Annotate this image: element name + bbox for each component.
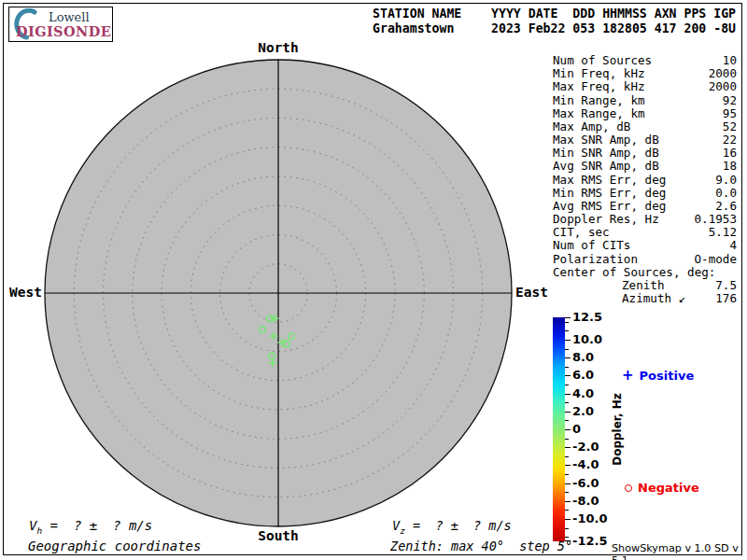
colorbar-tick-label: 2.0 (572, 405, 594, 418)
colorbar-tick-label: 10.0 (572, 333, 602, 346)
param-value: 0.1953 (695, 213, 738, 226)
lowell-digisonde-logo: Lowell DIGISONDE (8, 7, 113, 42)
param-row: Num of CITs4 (553, 239, 737, 252)
legend-positive: + Positive (622, 369, 694, 383)
param-label: Avg RMS Err, deg (553, 200, 666, 213)
vertical-velocity-readout: Vz = ? ± ? m/s (392, 518, 512, 536)
param-row: Azimuth ↙176 (553, 292, 737, 305)
colorbar-major-tick (565, 340, 571, 341)
param-row: Max RMS Err, deg9.0 (553, 174, 737, 187)
param-value: 176 (715, 292, 737, 305)
colorbar-major-tick (565, 394, 571, 395)
colorbar-tick-label: 4.0 (572, 387, 594, 400)
colorbar-tick-label: 12.5 (572, 311, 602, 324)
colorbar-minor-tick (565, 330, 569, 331)
param-row: Center of Sources, deg: (553, 266, 737, 279)
param-label: Polarization (553, 253, 638, 266)
param-label: Max SNR Amp, dB (553, 133, 659, 147)
circle-marker-icon (625, 484, 632, 492)
legend-negative-label: Negative (638, 481, 699, 495)
colorbar-minor-tick (565, 474, 569, 475)
param-row: Zenith7.5 (553, 279, 737, 292)
param-label: Doppler Res, Hz (553, 213, 659, 226)
colorbar-major-tick (565, 357, 571, 358)
coordinate-system-label: Geographic coordinates (28, 539, 201, 553)
param-label: Num of CITs (553, 239, 630, 252)
colorbar-major-tick (565, 429, 571, 430)
horizontal-velocity-readout: Vh = ? ± ? m/s (29, 518, 152, 536)
colorbar-major-tick (565, 483, 571, 484)
param-row: PolarizationO-mode (553, 253, 737, 266)
param-value: 2000 (709, 67, 737, 80)
colorbar-major-tick (565, 501, 571, 502)
colorbar-tick-label: -8.0 (572, 495, 599, 508)
param-value: 18 (723, 160, 737, 173)
param-row: Min Freq, kHz2000 (553, 67, 737, 80)
colorbar-major-tick (565, 465, 571, 466)
colorbar-tick-label: 0 (572, 423, 581, 436)
param-value: 2000 (709, 80, 737, 93)
param-label: Max Freq, kHz (553, 80, 645, 93)
colorbar-minor-tick (565, 322, 569, 323)
param-label: Avg SNR Amp, dB (553, 160, 659, 173)
compass-west-label: West (9, 285, 42, 300)
param-label: Max RMS Err, deg (553, 174, 666, 187)
param-value: 10 (723, 54, 737, 67)
legend-negative: Negative (625, 481, 699, 495)
param-row: Max SNR Amp, dB22 (553, 133, 737, 147)
param-row: Max Amp, dB52 (553, 120, 737, 133)
param-row: Max Freq, kHz2000 (553, 80, 737, 93)
colorbar-minor-tick (565, 349, 569, 350)
param-value: O-mode (695, 253, 738, 266)
colorbar-tick-label: -12.5 (572, 535, 607, 548)
param-row: Avg RMS Err, deg2.6 (553, 200, 737, 213)
doppler-colorbar: 12.510.08.06.04.02.00-2.0-4.0-6.0-8.0-10… (553, 317, 744, 542)
param-row: Doppler Res, Hz0.1953 (553, 213, 737, 226)
software-version-label: ShowSkymap v 1.0 SD v 5.1 (612, 542, 747, 560)
param-row: Min SNR Amp, dB16 (553, 147, 737, 160)
param-label: Azimuth ↙ (622, 292, 685, 305)
param-label: Num of Sources (553, 54, 652, 67)
param-label: Min RMS Err, deg (553, 187, 666, 200)
colorbar-minor-tick (565, 385, 569, 385)
colorbar-minor-tick (565, 528, 569, 529)
header-station-values: Grahamstown 2023 Feb22 053 182805 417 20… (373, 21, 736, 36)
logo-lowell-text: Lowell (49, 10, 90, 24)
param-value: 92 (723, 94, 737, 107)
colorbar-minor-tick (565, 456, 569, 457)
param-list: Num of Sources10Min Freq, kHz2000Max Fre… (553, 54, 737, 305)
colorbar-major-tick (565, 375, 571, 376)
colorbar-minor-tick (565, 510, 569, 511)
colorbar-minor-tick (565, 439, 569, 440)
param-row: Max Range, km95 (553, 107, 737, 120)
param-row: Min Range, km92 (553, 94, 737, 107)
colorbar-major-tick (565, 519, 571, 520)
zenith-scale-note: Zenith: max 40° step 5° (390, 539, 572, 553)
colorbar-minor-tick (565, 420, 569, 421)
param-value: 0.0 (715, 187, 737, 200)
param-value: 22 (723, 133, 737, 147)
param-value: 95 (723, 107, 737, 120)
param-label: CIT, sec (553, 226, 610, 239)
param-label: Center of Sources, deg: (553, 266, 715, 279)
compass-east-label: East (515, 285, 548, 300)
plus-marker-icon: + (622, 370, 634, 382)
param-row: Num of Sources10 (553, 54, 737, 67)
legend-positive-label: Positive (640, 369, 695, 383)
param-row: Avg SNR Amp, dB18 (553, 160, 737, 173)
colorbar-major-tick (565, 317, 571, 318)
param-label: Zenith (622, 279, 665, 292)
colorbar-axis-label: Doppler, Hz (611, 393, 624, 466)
colorbar-gradient (553, 317, 565, 541)
param-row: CIT, sec5.12 (553, 226, 737, 239)
colorbar-tick-label: 6.0 (572, 369, 594, 382)
param-label: Max Range, km (553, 107, 645, 120)
colorbar-major-tick (565, 412, 571, 413)
logo-digisonde-text: DIGISONDE (16, 23, 111, 39)
colorbar-major-tick (565, 447, 571, 448)
colorbar-tick-label: -2.0 (572, 441, 599, 454)
param-row: Min RMS Err, deg0.0 (553, 187, 737, 200)
param-value: 2.6 (715, 200, 737, 213)
param-label: Max Amp, dB (553, 120, 630, 133)
param-value: 7.5 (715, 279, 737, 292)
